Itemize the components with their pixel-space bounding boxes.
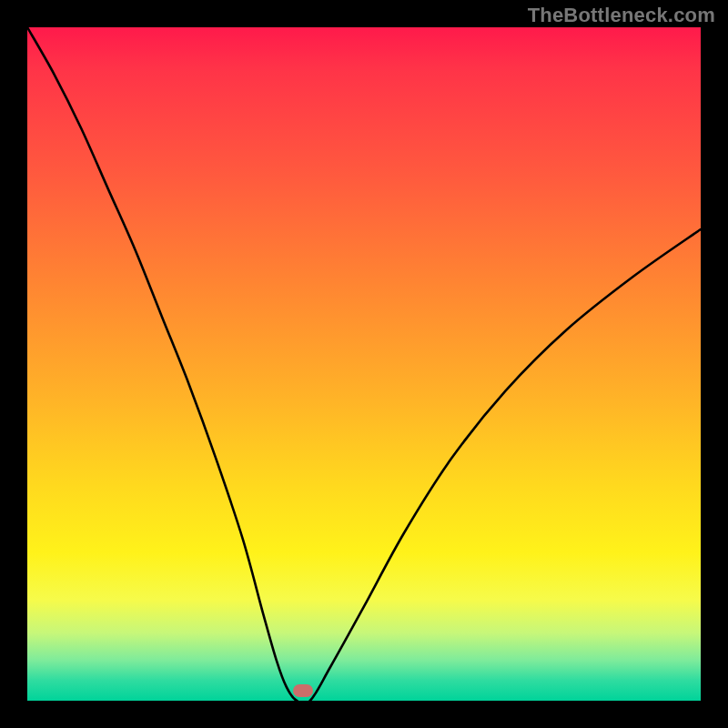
optimum-marker bbox=[293, 684, 313, 697]
plot-area bbox=[27, 27, 701, 701]
bottleneck-curve bbox=[27, 27, 701, 701]
chart-frame: TheBottleneck.com bbox=[0, 0, 728, 728]
watermark-text: TheBottleneck.com bbox=[528, 4, 715, 27]
